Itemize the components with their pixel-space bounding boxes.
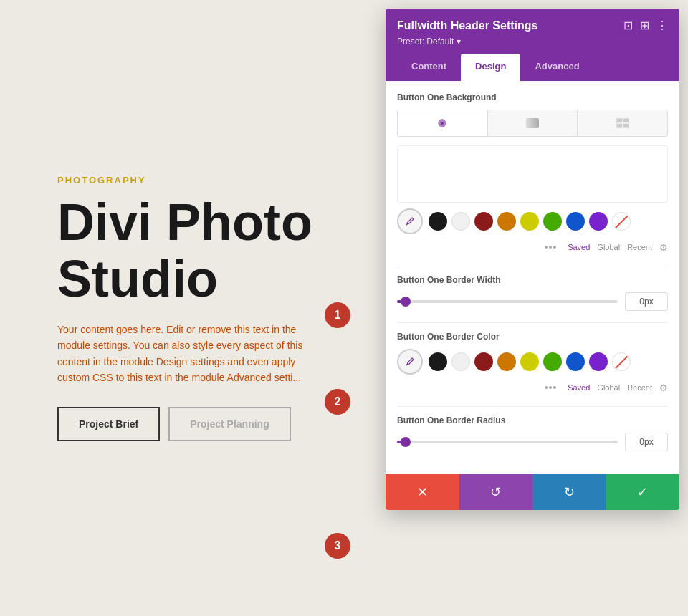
panel-tabs: Content Design Advanced — [397, 54, 668, 81]
color-swatches — [429, 212, 631, 231]
page-body-text: Your content goes here. Edit or remove t… — [57, 322, 330, 386]
settings-gear-icon[interactable]: ⚙ — [659, 242, 668, 253]
color-meta-row: Saved Global Recent ⚙ — [397, 240, 668, 254]
border-swatch-black[interactable] — [429, 352, 447, 371]
color-picker-row — [397, 208, 668, 234]
border-radius-label: Button One Border Radius — [397, 415, 668, 425]
save-button[interactable]: ✓ — [606, 474, 680, 510]
swatch-none[interactable] — [612, 212, 631, 231]
border-swatch-green[interactable] — [543, 352, 562, 371]
step-badge-2: 2 — [325, 389, 350, 415]
border-more-button[interactable] — [540, 380, 560, 395]
border-radius-thumb[interactable] — [401, 437, 411, 447]
page-buttons: Project Brief Project Planning — [57, 407, 291, 441]
svg-rect-4 — [624, 119, 629, 122]
color-eyedropper[interactable] — [397, 208, 423, 234]
panel-preset[interactable]: Preset: Default ▾ — [397, 37, 668, 47]
divider-3 — [397, 406, 668, 407]
border-width-thumb[interactable] — [401, 297, 411, 307]
border-color-swatches — [429, 352, 631, 371]
swatch-darkred[interactable] — [474, 212, 493, 231]
panel-header-top: Fullwidth Header Settings ⊡ ⊞ ⋮ — [397, 19, 668, 32]
svg-line-8 — [406, 364, 408, 365]
panel-title: Fullwidth Header Settings — [397, 19, 538, 32]
svg-point-0 — [441, 122, 444, 125]
step-badge-3: 3 — [325, 533, 350, 559]
border-radius-input[interactable]: 0px — [625, 433, 668, 451]
border-swatch-yellow[interactable] — [520, 352, 539, 371]
swatch-white[interactable] — [452, 212, 470, 231]
saved-link[interactable]: Saved — [568, 243, 590, 251]
border-radius-slider-row: 0px — [397, 433, 668, 451]
border-color-eyedropper[interactable] — [397, 349, 423, 375]
border-swatch-none[interactable] — [612, 352, 631, 371]
divider-2 — [397, 322, 668, 323]
recent-link[interactable]: Recent — [627, 243, 652, 251]
swatch-yellow[interactable] — [520, 212, 539, 231]
border-swatch-orange[interactable] — [497, 352, 516, 371]
reset-button[interactable]: ↺ — [459, 474, 533, 510]
border-width-section: Button One Border Width 0px — [397, 275, 668, 311]
svg-line-7 — [406, 223, 408, 225]
project-brief-button[interactable]: Project Brief — [57, 407, 160, 441]
border-settings-gear-icon[interactable]: ⚙ — [659, 382, 668, 393]
border-swatch-white[interactable] — [452, 352, 470, 371]
panel-footer: ✕ ↺ ↻ ✓ — [386, 474, 679, 510]
settings-panel: Fullwidth Header Settings ⊡ ⊞ ⋮ Preset: … — [386, 9, 679, 510]
panel-body: Button One Background — [386, 81, 679, 474]
border-radius-track[interactable] — [397, 441, 618, 443]
page-subtitle: PHOTOGRAPHY — [57, 175, 146, 186]
bg-type-fill[interactable] — [398, 110, 488, 136]
swatch-purple[interactable] — [589, 212, 608, 231]
cancel-button[interactable]: ✕ — [386, 474, 459, 510]
bg-label: Button One Background — [397, 92, 668, 102]
global-link[interactable]: Global — [597, 243, 620, 251]
redo-button[interactable]: ↻ — [532, 474, 606, 510]
bg-type-tabs — [397, 110, 668, 137]
project-planning-button[interactable]: Project Planning — [168, 407, 290, 441]
bg-type-image[interactable] — [578, 110, 667, 136]
border-color-meta-row: Saved Global Recent ⚙ — [397, 380, 668, 395]
panel-header-icons: ⊡ ⊞ ⋮ — [624, 19, 668, 32]
swatch-black[interactable] — [429, 212, 447, 231]
border-color-picker-row — [397, 349, 668, 375]
svg-rect-1 — [526, 118, 539, 128]
border-swatch-purple[interactable] — [589, 352, 608, 371]
tab-advanced[interactable]: Advanced — [520, 54, 593, 81]
border-saved-link[interactable]: Saved — [568, 383, 590, 392]
step-badge-1: 1 — [325, 302, 350, 328]
tab-design[interactable]: Design — [461, 54, 520, 81]
color-display-area — [397, 145, 668, 203]
swatch-green[interactable] — [543, 212, 562, 231]
bg-type-gradient[interactable] — [488, 110, 578, 136]
expand-icon[interactable]: ⊡ — [624, 19, 633, 32]
swatch-blue[interactable] — [566, 212, 585, 231]
border-global-link[interactable]: Global — [597, 383, 620, 392]
border-swatch-blue[interactable] — [566, 352, 585, 371]
bg-section: Button One Background — [397, 92, 668, 254]
tab-content[interactable]: Content — [397, 54, 461, 81]
border-recent-link[interactable]: Recent — [627, 383, 652, 392]
svg-rect-3 — [617, 119, 622, 122]
border-radius-section: Button One Border Radius 0px — [397, 415, 668, 451]
border-width-input[interactable]: 0px — [625, 292, 668, 311]
border-width-label: Button One Border Width — [397, 275, 668, 285]
border-color-section: Button One Border Color — [397, 332, 668, 395]
divider-1 — [397, 266, 668, 266]
border-width-slider-row: 0px — [397, 292, 668, 311]
border-width-track[interactable] — [397, 300, 618, 303]
svg-rect-6 — [624, 124, 629, 127]
grid-icon[interactable]: ⊞ — [640, 19, 649, 32]
border-color-label: Button One Border Color — [397, 332, 668, 342]
svg-rect-5 — [617, 124, 622, 127]
more-button[interactable] — [540, 240, 560, 254]
border-swatch-darkred[interactable] — [474, 352, 493, 371]
more-options-icon[interactable]: ⋮ — [656, 19, 668, 32]
page-title: Divi Photo Studio — [57, 194, 312, 307]
swatch-orange[interactable] — [497, 212, 516, 231]
panel-header: Fullwidth Header Settings ⊡ ⊞ ⋮ Preset: … — [386, 9, 679, 81]
